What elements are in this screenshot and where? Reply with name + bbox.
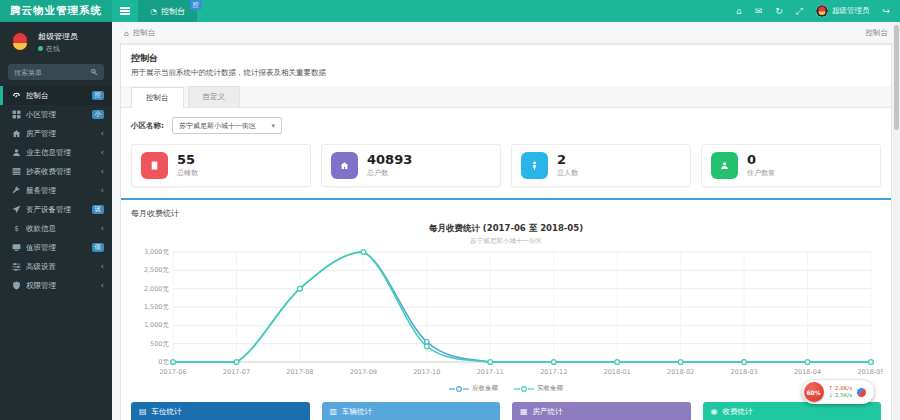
chevron-left-icon: ‹: [100, 129, 104, 138]
svg-text:1,000元: 1,000元: [144, 321, 170, 329]
panel-icon: ▦: [520, 407, 528, 416]
stat-label: 总幢数: [177, 168, 198, 178]
wrench-icon: [11, 186, 21, 195]
plane-icon: [11, 205, 21, 214]
home-icon: [331, 152, 358, 179]
search-icon[interactable]: 🔍︎: [90, 68, 98, 77]
sidebar-item-label: 资产设备管理: [26, 205, 71, 215]
bottom-panel-1[interactable]: ▥车辆统计: [322, 402, 501, 420]
panel-icon: ◉: [711, 407, 718, 416]
online-dot-icon: [38, 46, 43, 51]
tab-0[interactable]: 控制台: [131, 87, 184, 108]
svg-text:2018-04: 2018-04: [794, 368, 821, 376]
sidebar-item-label: 房产管理: [26, 129, 56, 139]
legend-marker-icon: [449, 385, 469, 393]
community-select-value: 苏宁威尼斯小城十一街区: [179, 121, 256, 131]
stats-row: 55总幢数40893总户数2总人数0住户数量: [131, 144, 881, 187]
tab-1[interactable]: 自定义: [188, 86, 241, 107]
search-input[interactable]: [14, 69, 90, 76]
menu-badge: 控: [92, 91, 105, 101]
chevron-left-icon: ‹: [100, 281, 104, 290]
svg-text:2017-10: 2017-10: [413, 368, 440, 376]
stat-card-2: 2总人数: [511, 144, 691, 187]
sidebar-item-3[interactable]: 业主信息管理‹: [0, 143, 112, 162]
breadcrumb[interactable]: ⌂ 控制台: [124, 28, 155, 38]
panel-icon: ▥: [330, 407, 338, 416]
svg-text:0元: 0元: [158, 358, 169, 366]
svg-text:2017-07: 2017-07: [223, 368, 250, 376]
chevron-left-icon: ‹: [100, 262, 104, 271]
scrollbar-thumb[interactable]: [894, 25, 899, 130]
svg-text:2018-01: 2018-01: [604, 368, 631, 376]
sidebar-user-name: 超级管理员: [38, 31, 78, 42]
main-content: ⌂ 控制台 控制台 控制台 用于展示当前系统中的统计数据，统计报表及相关重要数据…: [112, 22, 900, 420]
breadcrumb-right: 控制台: [866, 28, 889, 38]
user-status: 在线: [38, 44, 78, 54]
section-title: 每月收费统计: [131, 208, 881, 219]
member-icon: [711, 152, 738, 179]
chevron-left-icon: ‹: [100, 186, 104, 195]
download-speed: ↓ 2.5K/s: [829, 392, 852, 399]
extension-logo-icon: [857, 388, 866, 397]
sidebar-item-7[interactable]: $收款信息‹: [0, 219, 112, 238]
chevron-left-icon: ‹: [100, 224, 104, 233]
sidebar-item-0[interactable]: 控制台控: [0, 86, 112, 105]
community-name-label: 小区名称:: [131, 121, 164, 131]
header-tab-label: 控制台: [161, 6, 185, 17]
bottom-panel-label: 车辆统计: [342, 407, 372, 417]
svg-text:2018-03: 2018-03: [731, 368, 758, 376]
grid-icon: [11, 110, 21, 119]
bottom-panels: ▤车位统计▥车辆统计▦房产统计◉收费统计: [131, 402, 881, 420]
legend-item-0[interactable]: 应收金额: [449, 384, 498, 393]
gauge-icon: [11, 91, 21, 100]
vertical-scrollbar[interactable]: [893, 22, 900, 420]
bottom-panel-label: 房产统计: [533, 407, 563, 417]
svg-text:500元: 500元: [150, 340, 169, 348]
tab-badge: 控: [190, 0, 202, 10]
card-header: 控制台 用于展示当前系统中的统计数据，统计报表及相关重要数据: [121, 45, 891, 78]
sidebar-item-label: 小区管理: [26, 110, 56, 120]
sidebar-item-6[interactable]: 资产设备管理设: [0, 200, 112, 219]
home-icon[interactable]: ⌂: [736, 6, 742, 16]
shield-icon: [11, 281, 21, 290]
logout-icon[interactable]: ↪: [882, 6, 890, 16]
network-monitor-widget[interactable]: 60% ↑ 2.8K/s ↓ 2.5K/s: [802, 380, 874, 404]
community-select[interactable]: 苏宁威尼斯小城十一街区 ▾: [172, 117, 282, 134]
bottom-panel-2[interactable]: ▦房产统计: [512, 402, 691, 420]
chevron-down-icon: ▾: [271, 122, 275, 130]
chart-plot: 0元500元1,000元1,500元2,000元2,500元3,000元2017…: [131, 246, 881, 382]
monitor-icon: [11, 243, 21, 252]
svg-text:2,500元: 2,500元: [144, 266, 170, 274]
chart-legend: 应收金额实收金额: [131, 384, 881, 393]
sidebar-item-label: 控制台: [26, 91, 49, 101]
history-icon[interactable]: ↻: [775, 6, 783, 16]
building-icon: [141, 152, 168, 179]
header-user-name: 超级管理员: [832, 6, 870, 16]
sidebar-item-2[interactable]: 房产管理‹: [0, 124, 112, 143]
card-body: 小区名称: 苏宁威尼斯小城十一街区 ▾ 55总幢数40893总户数2总人数0住户…: [121, 108, 891, 420]
stat-card-1: 40893总户数: [321, 144, 501, 187]
sidebar-item-label: 值班管理: [26, 243, 56, 253]
header-tab-console[interactable]: ◔ 控制台 控: [138, 0, 197, 22]
bottom-panel-0[interactable]: ▤车位统计: [131, 402, 310, 420]
sidebar-item-1[interactable]: 小区管理小: [0, 105, 112, 124]
bottom-panel-3[interactable]: ◉收费统计: [703, 402, 882, 420]
breadcrumb-row: ⌂ 控制台 控制台: [112, 22, 900, 43]
sidebar-item-label: 服务管理: [26, 186, 56, 196]
page-description: 用于展示当前系统中的统计数据，统计报表及相关重要数据: [131, 68, 881, 78]
sidebar-toggle-button[interactable]: [112, 0, 138, 22]
sidebar-item-10[interactable]: 权限管理‹: [0, 276, 112, 295]
sidebar-item-5[interactable]: 服务管理‹: [0, 181, 112, 200]
mail-icon[interactable]: ✉: [755, 6, 763, 16]
user-menu[interactable]: 超级管理员: [816, 5, 870, 17]
sidebar-item-8[interactable]: 值班管理值: [0, 238, 112, 257]
fullscreen-icon[interactable]: ⤢: [796, 6, 803, 17]
top-header: 腾云物业管理系统 ◔ 控制台 控 ⌂✉↻⤢ 超级管理员 ↪: [0, 0, 900, 22]
chart-title: 每月收费统计 (2017-06 至 2018-05): [131, 223, 881, 235]
sidebar-item-4[interactable]: 抄表收费管理‹: [0, 162, 112, 181]
bottom-panel-label: 车位统计: [152, 407, 182, 417]
legend-marker-icon: [514, 385, 534, 393]
svg-text:2017-11: 2017-11: [477, 368, 504, 376]
legend-item-1[interactable]: 实收金额: [514, 384, 563, 393]
sidebar-item-9[interactable]: 高级设置‹: [0, 257, 112, 276]
